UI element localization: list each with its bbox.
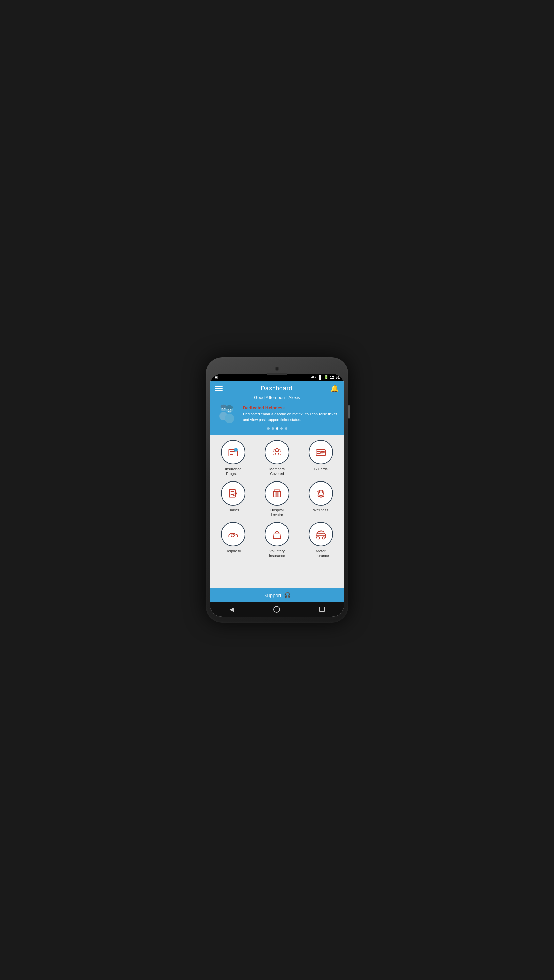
ecards-icon: [315, 446, 327, 458]
hospital-locator-label: HospitalLocator: [270, 508, 284, 517]
dot-2[interactable]: [272, 427, 274, 430]
svg-point-2: [221, 404, 227, 409]
banner-text: Dedicated Helpdesk Dedicated email & esc…: [243, 405, 339, 422]
signal-bars-icon: ▐▌: [317, 375, 323, 379]
grid-item-motor-insurance[interactable]: TAXI MotorInsurance: [301, 522, 341, 558]
hospital-locator-icon-circle: [265, 481, 289, 506]
dot-1[interactable]: [267, 427, 269, 430]
notification-bell-icon[interactable]: 🔔: [330, 384, 339, 392]
svg-point-14: [234, 448, 238, 452]
dot-5[interactable]: [285, 427, 287, 430]
volume-button: [349, 405, 350, 418]
svg-rect-30: [275, 492, 277, 497]
back-button[interactable]: ◀: [229, 606, 234, 613]
insurance-program-icon: !: [227, 446, 239, 458]
wellness-icon-circle: [309, 481, 333, 506]
members-covered-icon: [271, 446, 283, 458]
wellness-icon: [315, 487, 327, 500]
app-header: Dashboard 🔔 Good Afternoon ! Alexis: [210, 381, 344, 404]
grid-area: ! InsuranceProgram: [210, 434, 344, 588]
menu-button[interactable]: [215, 386, 223, 391]
grid-item-wellness[interactable]: Wellness: [301, 481, 341, 517]
status-left: ▣: [214, 375, 218, 379]
hospital-locator-icon: [271, 487, 283, 500]
grid-item-ecards[interactable]: E-Cards: [301, 440, 341, 476]
hamburger-line: [215, 386, 223, 387]
banner-area: Dedicated Helpdesk Dedicated email & esc…: [210, 404, 344, 434]
banner-title: Dedicated Helpdesk: [243, 405, 339, 410]
time-display: 12:51: [330, 375, 340, 379]
header-top: Dashboard 🔔: [215, 384, 339, 392]
grid-item-helpdesk[interactable]: Helpdesk: [213, 522, 253, 558]
dot-4[interactable]: [280, 427, 283, 430]
hamburger-line: [215, 390, 223, 391]
motor-insurance-label: MotorInsurance: [313, 549, 329, 558]
sim-card-icon: ▣: [214, 375, 218, 379]
claims-label: Claims: [228, 508, 239, 512]
phone-camera: [275, 367, 279, 371]
insurance-program-label: InsuranceProgram: [225, 466, 241, 476]
ecards-label: E-Cards: [314, 466, 327, 471]
helpdesk-icon-circle: [221, 522, 245, 546]
motor-insurance-icon: TAXI: [315, 528, 327, 540]
support-footer[interactable]: Support 🎧: [210, 588, 344, 602]
insurance-program-icon-circle: !: [221, 440, 245, 465]
support-label: Support: [263, 592, 282, 598]
svg-point-16: [275, 449, 279, 452]
svg-point-9: [230, 409, 231, 411]
battery-icon: 🔋: [324, 375, 329, 379]
voluntary-insurance-icon: [271, 528, 283, 540]
banner-card[interactable]: Dedicated Helpdesk Dedicated email & esc…: [215, 404, 339, 424]
signal-icon: 4G: [311, 375, 316, 379]
motor-insurance-icon-circle: TAXI: [309, 522, 333, 546]
svg-text:!: !: [235, 449, 236, 452]
svg-point-6: [224, 414, 234, 423]
banner-illustration: [215, 404, 239, 424]
svg-rect-20: [317, 451, 320, 453]
helpdesk-icon: [227, 528, 239, 540]
members-covered-label: MembersCovered: [269, 466, 285, 476]
grid-item-hospital-locator[interactable]: HospitalLocator: [257, 481, 298, 517]
svg-point-4: [224, 408, 225, 409]
phone-speaker: [267, 373, 287, 375]
banner-description: Dedicated email & escalation matrix. You…: [243, 412, 339, 422]
hamburger-line: [215, 388, 223, 388]
helpdesk-label: Helpdesk: [225, 549, 241, 553]
svg-point-7: [226, 405, 233, 410]
phone-frame: ▣ 4G ▐▌ 🔋 12:51 Dashboard 🔔 Good Afterno…: [205, 357, 349, 623]
icon-grid: ! InsuranceProgram: [213, 440, 341, 558]
svg-point-3: [222, 408, 223, 409]
svg-rect-41: [316, 533, 325, 538]
greeting-text: Good Afternoon ! Alexis: [215, 395, 339, 400]
svg-text:TAXI: TAXI: [320, 530, 323, 532]
home-button[interactable]: [273, 606, 280, 613]
page-title: Dashboard: [261, 385, 292, 392]
dot-3[interactable]: [276, 427, 279, 430]
recents-button[interactable]: [319, 607, 325, 612]
svg-point-18: [279, 450, 281, 452]
svg-rect-29: [273, 492, 281, 497]
carousel-dots: [215, 427, 339, 430]
grid-item-claims[interactable]: Claims: [213, 481, 253, 517]
svg-point-17: [273, 450, 275, 452]
grid-item-members-covered[interactable]: MembersCovered: [257, 440, 298, 476]
voluntary-insurance-label: VoluntaryInsurance: [269, 549, 285, 558]
ecards-icon-circle: [309, 440, 333, 465]
grid-item-voluntary-insurance[interactable]: VoluntaryInsurance: [257, 522, 298, 558]
claims-icon: [227, 487, 239, 500]
grid-item-insurance-program[interactable]: ! InsuranceProgram: [213, 440, 253, 476]
members-covered-icon-circle: [265, 440, 289, 465]
headset-icon: 🎧: [284, 592, 291, 598]
status-right: 4G ▐▌ 🔋 12:51: [311, 375, 340, 379]
navigation-bar: ◀: [210, 602, 344, 617]
wellness-label: Wellness: [313, 508, 328, 512]
svg-point-8: [228, 409, 229, 411]
svg-rect-31: [277, 492, 279, 497]
claims-icon-circle: [221, 481, 245, 506]
voluntary-insurance-icon-circle: [265, 522, 289, 546]
phone-screen: ▣ 4G ▐▌ 🔋 12:51 Dashboard 🔔 Good Afterno…: [210, 374, 344, 617]
